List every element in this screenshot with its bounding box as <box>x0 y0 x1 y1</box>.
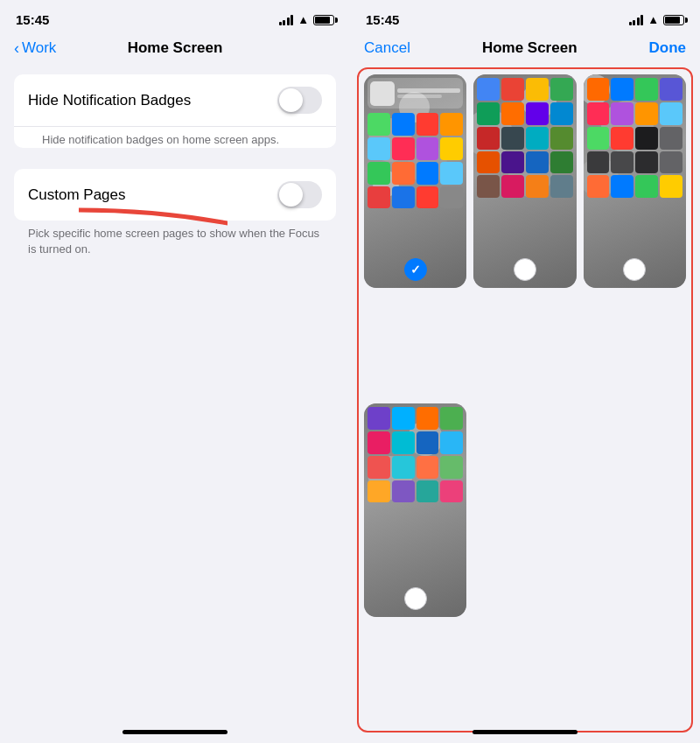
app-icon <box>416 137 439 160</box>
app-icon <box>526 151 549 174</box>
home-indicator-right <box>472 730 578 734</box>
app-icon <box>392 480 415 503</box>
cancel-button[interactable]: Cancel <box>364 39 410 57</box>
app-icon <box>392 162 415 185</box>
app-icon <box>477 78 500 101</box>
app-icon <box>660 151 682 174</box>
app-icon <box>368 113 390 136</box>
app-icons-p3 <box>587 78 682 198</box>
page-2-selection[interactable] <box>514 258 536 281</box>
app-icon <box>440 480 463 503</box>
settings-group-2-wrapper: Custom Pages Pick specific home screen p… <box>0 162 350 257</box>
app-icon <box>416 456 439 479</box>
app-icon <box>392 137 415 160</box>
app-icon <box>660 175 682 198</box>
settings-group-1: Hide Notification Badges Hide notificati… <box>14 74 336 148</box>
app-icon <box>611 175 634 198</box>
app-icon <box>368 186 390 209</box>
page-thumb-3[interactable] <box>584 74 686 288</box>
widget-area <box>368 78 463 109</box>
page-thumb-2[interactable] <box>473 74 576 288</box>
app-icon <box>392 431 415 454</box>
widget-line-2 <box>397 95 442 98</box>
page-thumb-4-inner <box>364 403 466 617</box>
app-icon <box>635 102 658 125</box>
app-icon <box>660 78 682 101</box>
page-4-selection[interactable] <box>404 587 427 610</box>
app-icon <box>416 113 439 136</box>
page-3-selection[interactable] <box>623 258 646 281</box>
page-title-right: Home Screen <box>482 39 578 57</box>
widget-content <box>397 88 460 98</box>
right-panel: 15:45 ▲ Cancel Home Screen Done <box>350 0 700 743</box>
app-icon <box>501 78 524 101</box>
hide-badges-desc: Hide notification badges on home screen … <box>42 132 308 148</box>
app-icon <box>368 456 390 479</box>
app-icon <box>440 113 463 136</box>
signal-icon-right <box>629 15 644 25</box>
app-icon <box>416 480 439 503</box>
done-button[interactable]: Done <box>649 39 687 57</box>
app-icon <box>587 151 610 174</box>
app-icons-p4 <box>368 407 463 502</box>
app-icon <box>550 78 573 101</box>
app-icon <box>416 186 439 209</box>
app-icons-p1 <box>368 113 463 208</box>
hide-badges-toggle[interactable] <box>277 87 322 114</box>
app-icon <box>635 78 658 101</box>
app-icon <box>477 127 500 150</box>
app-icon <box>477 175 500 198</box>
toggle-thumb-1 <box>279 88 303 112</box>
app-icons-p2 <box>477 78 572 198</box>
app-icon <box>550 127 573 150</box>
page-thumb-4[interactable] <box>364 403 466 617</box>
app-icon <box>501 151 524 174</box>
nav-header-right: Cancel Home Screen Done <box>350 32 700 67</box>
app-icon <box>416 431 439 454</box>
app-icon <box>501 102 524 125</box>
page-thumb-3-inner <box>584 74 686 288</box>
custom-pages-row: Custom Pages <box>14 169 336 221</box>
app-icon <box>501 175 524 198</box>
app-icon <box>526 78 549 101</box>
hide-badges-row: Hide Notification Badges <box>14 74 336 127</box>
battery-icon <box>313 15 334 25</box>
page-thumb-2-inner <box>473 74 576 288</box>
app-icon <box>635 127 658 150</box>
app-icon <box>440 162 463 185</box>
pages-grid: ✓ <box>357 67 693 732</box>
app-icon <box>368 162 390 185</box>
widget-icon <box>370 81 395 106</box>
app-icon <box>550 102 573 125</box>
app-icon <box>440 407 463 430</box>
app-icon <box>416 407 439 430</box>
status-bar-right: 15:45 ▲ <box>350 0 700 32</box>
custom-pages-label: Custom Pages <box>28 186 126 204</box>
page-title-left: Home Screen <box>128 39 223 57</box>
custom-pages-toggle[interactable] <box>277 181 322 208</box>
app-icon <box>611 127 634 150</box>
app-icon <box>440 186 463 209</box>
back-button[interactable]: ‹ Work <box>14 39 56 57</box>
app-icon <box>477 151 500 174</box>
app-icon <box>611 78 634 101</box>
app-icon <box>368 407 390 430</box>
signal-icon <box>279 15 294 25</box>
nav-header-left: ‹ Work Home Screen <box>0 32 350 67</box>
app-icon <box>392 113 415 136</box>
app-icon <box>477 102 500 125</box>
app-icon <box>550 151 573 174</box>
left-panel: 15:45 ▲ ‹ Work Home Screen Hide Notifica… <box>0 0 350 743</box>
time-left: 15:45 <box>16 12 49 27</box>
app-icon <box>526 127 549 150</box>
app-icon <box>660 102 682 125</box>
app-icon <box>368 431 390 454</box>
app-icon <box>526 102 549 125</box>
back-label: Work <box>22 39 56 57</box>
wifi-icon-right: ▲ <box>648 13 659 26</box>
page-1-selection[interactable]: ✓ <box>404 258 427 281</box>
page-thumb-1[interactable]: ✓ <box>364 74 466 288</box>
app-icon <box>392 186 415 209</box>
status-icons-left: ▲ <box>279 13 334 26</box>
app-icon <box>660 127 682 150</box>
